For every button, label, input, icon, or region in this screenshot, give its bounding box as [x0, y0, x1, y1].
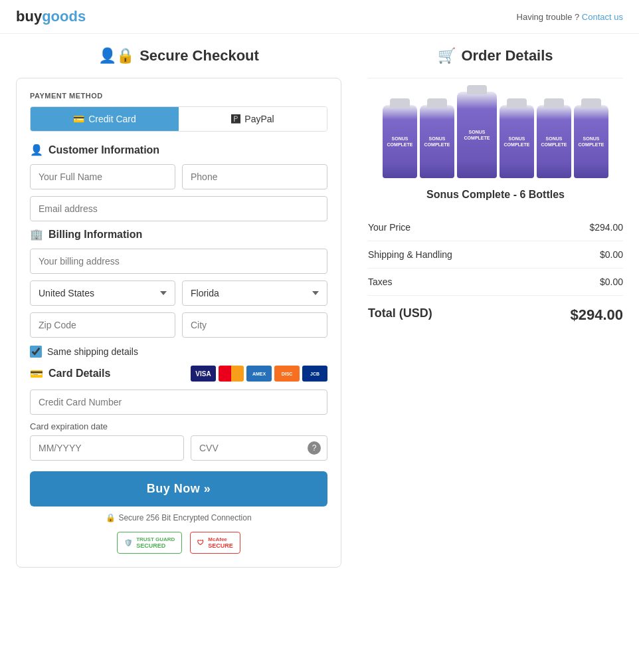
order-details-title: 🛒 Order Details — [368, 47, 623, 64]
checkout-card: PAYMENT METHOD 💳 Credit Card 🅿 PayPal 👤 … — [16, 78, 341, 568]
zip-city-row — [30, 312, 327, 338]
order-line-price: Your Price $294.00 — [368, 214, 623, 241]
credit-card-tab-label: Credit Card — [88, 114, 136, 124]
email-row — [30, 196, 327, 221]
page-header: buygoods Having trouble ? Contact us — [0, 0, 639, 34]
product-name: Sonus Complete - 6 Bottles — [368, 189, 623, 201]
main-container: 👤🔒 Secure Checkout PAYMENT METHOD 💳 Cred… — [0, 34, 639, 581]
logo-goods: goods — [42, 8, 86, 25]
bottle-5: SONUSCOMPLETE — [537, 105, 571, 178]
paypal-icon: 🅿 — [231, 114, 240, 124]
site-logo[interactable]: buygoods — [16, 8, 86, 25]
city-input[interactable] — [182, 312, 327, 338]
payment-tabs: 💳 Credit Card 🅿 PayPal — [30, 106, 327, 132]
billing-icon: 🏢 — [30, 228, 43, 241]
trouble-text: Having trouble ? — [517, 12, 580, 22]
address-row — [30, 249, 327, 274]
visa-icon: VISA — [191, 366, 216, 382]
bottle-6: SONUSCOMPLETE — [574, 105, 608, 178]
expiry-cvv-row: ? — [30, 435, 327, 461]
secure-checkout-title: 👤🔒 Secure Checkout — [16, 47, 341, 64]
right-panel: 🛒 Order Details SONUSCOMPLETE SONUSCOMPL… — [368, 47, 623, 568]
mcafee-shield-icon: 🛡 — [197, 539, 204, 546]
shield-check-icon: 🛡️ — [124, 539, 132, 546]
left-panel: 👤🔒 Secure Checkout PAYMENT METHOD 💳 Cred… — [16, 47, 341, 568]
amex-icon: AMEX — [246, 366, 272, 382]
card-details-title: 💳 Card Details — [30, 368, 110, 380]
order-line-taxes: Taxes $0.00 — [368, 269, 623, 296]
credit-card-icon: 💳 — [73, 114, 84, 124]
state-select[interactable]: Florida — [182, 280, 327, 306]
discover-icon: DISC — [274, 366, 300, 382]
card-details-header: 💳 Card Details VISA AMEX DISC JCB — [30, 366, 327, 382]
customer-icon: 👤 — [30, 144, 43, 156]
tab-credit-card[interactable]: 💳 Credit Card — [31, 107, 179, 131]
cvv-wrapper: ? — [191, 435, 327, 461]
payment-method-label: PAYMENT METHOD — [30, 92, 327, 100]
bottles-container: SONUSCOMPLETE SONUSCOMPLETE SONUSCOMPLET… — [368, 85, 623, 178]
card-section-label: Card Details — [48, 368, 110, 380]
bottle-4: SONUSCOMPLETE — [500, 105, 534, 178]
mastercard-icon — [219, 366, 244, 382]
bottle-3-center: SONUSCOMPLETE — [457, 92, 497, 178]
mcafee-badge: 🛡 McAfee SECURE — [190, 532, 240, 554]
expiry-input[interactable] — [30, 435, 184, 461]
cart-icon: 🛒 — [438, 47, 456, 64]
trust-guard-badge: 🛡️ TRUST GUARD SECURED — [117, 532, 182, 554]
cvv-help-icon[interactable]: ? — [308, 441, 321, 455]
shield-icon: 🔒 — [106, 513, 116, 522]
logo-buy: buy — [16, 8, 42, 25]
name-phone-row — [30, 164, 327, 189]
header-help: Having trouble ? Contact us — [517, 12, 623, 22]
customer-section-label: Customer Information — [48, 144, 159, 156]
bottle-1: SONUSCOMPLETE — [383, 105, 417, 178]
same-shipping-label: Same shipping details — [47, 346, 138, 357]
tab-paypal[interactable]: 🅿 PayPal — [179, 107, 327, 131]
paypal-tab-label: PayPal — [244, 114, 274, 124]
card-details-icon: 💳 — [30, 368, 43, 380]
card-number-input[interactable] — [30, 390, 327, 415]
card-number-row — [30, 390, 327, 415]
expiry-label: Card expiration date — [30, 421, 327, 431]
card-icons-group: VISA AMEX DISC JCB — [191, 366, 327, 382]
trust-badges: 🛡️ TRUST GUARD SECURED 🛡 McAfee SECURE — [30, 532, 327, 554]
secure-text: 🔒 Secure 256 Bit Encrypted Connection — [30, 513, 327, 522]
phone-input[interactable] — [182, 164, 327, 189]
product-image-area: SONUSCOMPLETE SONUSCOMPLETE SONUSCOMPLET… — [368, 85, 623, 178]
buy-now-button[interactable]: Buy Now » — [30, 471, 327, 506]
order-line-total: Total (USD) $294.00 — [368, 298, 623, 332]
email-input[interactable] — [30, 196, 327, 221]
order-line-shipping: Shipping & Handling $0.00 — [368, 241, 623, 269]
country-state-row: United States Florida — [30, 280, 327, 306]
zip-input[interactable] — [30, 312, 175, 338]
billing-address-input[interactable] — [30, 249, 327, 274]
top-divider — [368, 78, 623, 78]
same-shipping-checkbox[interactable] — [30, 346, 42, 358]
lock-user-icon: 👤🔒 — [98, 47, 134, 64]
same-shipping-row: Same shipping details — [30, 346, 327, 358]
billing-section-label: Billing Information — [48, 229, 142, 241]
secure-checkout-label: Secure Checkout — [139, 47, 259, 64]
customer-info-title: 👤 Customer Information — [30, 144, 327, 156]
billing-info-title: 🏢 Billing Information — [30, 228, 327, 241]
contact-link[interactable]: Contact us — [582, 12, 623, 22]
jcb-icon: JCB — [302, 366, 327, 382]
bottle-2: SONUSCOMPLETE — [420, 105, 454, 178]
country-select[interactable]: United States — [30, 280, 175, 306]
full-name-input[interactable] — [30, 164, 175, 189]
